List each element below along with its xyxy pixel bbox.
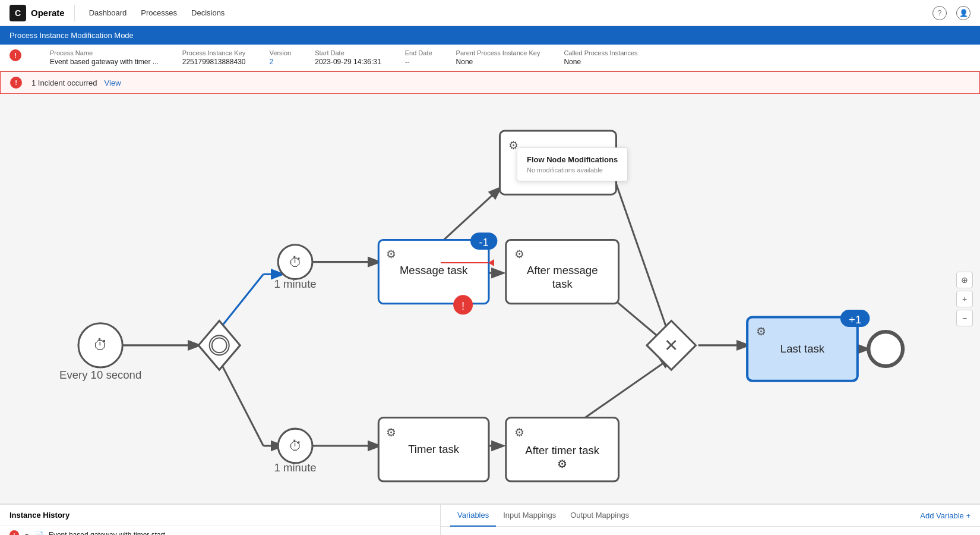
doc-icon: 📄 [34, 531, 44, 536]
nav-dashboard[interactable]: Dashboard [89, 8, 127, 17]
svg-line-1 [219, 274, 263, 329]
svg-text:-1: -1 [479, 236, 489, 248]
svg-text:1 minute: 1 minute [274, 461, 316, 474]
popup-title: Flow Node Modifications [527, 155, 618, 164]
svg-text:1 minute: 1 minute [274, 278, 316, 290]
add-variable-button[interactable]: Add Variable + [920, 505, 970, 526]
end-date-field: End Date -- [405, 49, 432, 66]
instance-history-panel: Instance History ! ▼ 📄 Event based gatew… [0, 505, 441, 535]
svg-text:⚙: ⚙ [756, 325, 766, 338]
tab-output-mappings[interactable]: Output Mappings [563, 505, 636, 527]
start-date-value: 2023-09-29 14:36:31 [315, 58, 381, 66]
nav-processes[interactable]: Processes [141, 8, 177, 17]
svg-text:⏱: ⏱ [289, 438, 302, 454]
instance-history-header: Instance History [0, 505, 440, 526]
process-alert-icon: ! [10, 49, 21, 61]
svg-line-3 [219, 360, 263, 446]
svg-text:⚙: ⚙ [514, 426, 524, 439]
mode-banner-label: Process Instance Modification Mode [10, 31, 134, 40]
svg-text:✕: ✕ [664, 336, 678, 355]
user-icon[interactable]: 👤 [956, 6, 970, 20]
svg-text:⚙: ⚙ [514, 248, 524, 260]
logo-area: C Operate [10, 5, 75, 21]
svg-text:After message: After message [527, 264, 598, 276]
svg-marker-18 [198, 321, 240, 370]
svg-text:!: ! [461, 300, 464, 312]
process-key-label: Process Instance Key [182, 49, 246, 56]
history-item-label: Event based gateway with timer start [49, 531, 431, 535]
process-key-field: Process Instance Key 2251799813888430 [182, 49, 246, 66]
process-info-bar: ! Process Name Event based gateway with … [0, 45, 980, 71]
incident-alert-icon: ! [10, 77, 22, 89]
popup-subtitle: No modifications available [527, 166, 618, 174]
called-instances-value: None [564, 58, 637, 66]
end-date-label: End Date [405, 49, 432, 56]
expand-icon[interactable]: ▼ [24, 532, 30, 536]
nav-items: Dashboard Processes Decisions [89, 8, 225, 17]
process-name-value: Event based gateway with timer ... [50, 58, 159, 66]
app-name: Operate [31, 8, 65, 18]
main-area: ⏱ Every 10 second ⏱ 1 minute ⚙ Message t… [0, 94, 980, 504]
zoom-in-btn[interactable]: + [956, 291, 973, 307]
process-name-field: Process Name Event based gateway with ti… [50, 49, 159, 66]
svg-text:Every 10 second: Every 10 second [59, 369, 141, 381]
incident-text: 1 Incident occurred [31, 78, 97, 87]
svg-text:Last task: Last task [780, 342, 825, 355]
help-icon[interactable]: ? [932, 6, 947, 20]
nav-decisions[interactable]: Decisions [191, 8, 225, 17]
nav-right: ? 👤 [932, 6, 970, 20]
called-instances-label: Called Process Instances [564, 49, 637, 56]
parent-key-label: Parent Process Instance Key [456, 49, 540, 56]
tab-variables[interactable]: Variables [450, 505, 496, 527]
svg-point-56 [868, 332, 903, 366]
flow-node-popup: Flow Node Modifications No modifications… [517, 147, 628, 181]
svg-text:⚙: ⚙ [386, 426, 396, 439]
svg-text:⚙: ⚙ [557, 458, 567, 470]
top-nav: C Operate Dashboard Processes Decisions … [0, 0, 980, 26]
variables-tabs: Variables Input Mappings Output Mappings… [441, 505, 980, 527]
history-item-root[interactable]: ! ▼ 📄 Event based gateway with timer sta… [0, 526, 440, 535]
svg-text:Timer task: Timer task [408, 443, 460, 455]
tab-input-mappings[interactable]: Input Mappings [496, 505, 563, 527]
svg-text:⏱: ⏱ [289, 254, 302, 270]
svg-text:⚙: ⚙ [386, 248, 396, 260]
start-date-field: Start Date 2023-09-29 14:36:31 [315, 49, 381, 66]
process-key-value: 2251799813888430 [182, 58, 246, 66]
incident-banner: ! 1 Incident occurred View [0, 71, 980, 94]
parent-key-value: None [456, 58, 540, 66]
zoom-controls: ⊕ + − [956, 272, 973, 326]
svg-text:⏱: ⏱ [93, 337, 108, 353]
variables-panel: Variables Input Mappings Output Mappings… [441, 505, 980, 535]
process-name-label: Process Name [50, 49, 159, 56]
incident-view-link[interactable]: View [105, 78, 121, 87]
end-date-value: -- [405, 58, 432, 66]
start-date-label: Start Date [315, 49, 381, 56]
mode-banner: Process Instance Modification Mode [0, 26, 980, 45]
error-status-icon: ! [10, 530, 19, 535]
version-label: Version [270, 49, 292, 56]
variables-empty-message: The Flow Node has no Variables [441, 527, 980, 535]
svg-text:After timer task: After timer task [525, 444, 599, 457]
version-value[interactable]: 2 [270, 58, 292, 66]
svg-text:task: task [552, 278, 573, 290]
process-diagram: ⏱ Every 10 second ⏱ 1 minute ⚙ Message t… [0, 94, 980, 503]
zoom-out-btn[interactable]: − [956, 310, 973, 326]
version-field: Version 2 [270, 49, 292, 66]
logo-icon: C [10, 5, 26, 21]
bottom-panel: Instance History ! ▼ 📄 Event based gatew… [0, 504, 980, 535]
svg-text:+1: +1 [849, 313, 861, 326]
parent-key-field: Parent Process Instance Key None [456, 49, 540, 66]
zoom-reset-btn[interactable]: ⊕ [956, 272, 973, 288]
diagram-area[interactable]: ⏱ Every 10 second ⏱ 1 minute ⚙ Message t… [0, 94, 980, 504]
called-instances-field: Called Process Instances None [564, 49, 637, 66]
